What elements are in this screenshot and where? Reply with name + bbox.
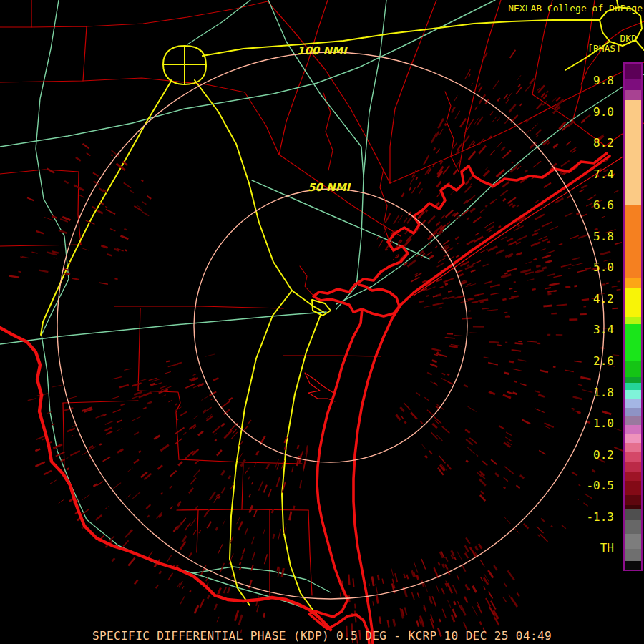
scale-tick-label: 2.6 <box>593 356 614 367</box>
range-ring-label-100nmi: 100 NMI <box>297 44 347 57</box>
scale-tick-label: 4.2 <box>593 293 614 305</box>
color-scale-segment <box>625 205 641 278</box>
scale-tick-label: -1.3 <box>586 512 614 523</box>
scale-tick-label: 5.8 <box>593 231 614 243</box>
scale-tick-label: TH <box>600 542 614 554</box>
color-scale-segment <box>625 361 641 377</box>
color-scale-segment <box>625 462 641 472</box>
color-scale-segment <box>625 549 641 561</box>
color-scale-segment <box>625 383 641 390</box>
color-scale-segment <box>625 324 641 361</box>
scale-tick-label: -0.5 <box>586 480 614 492</box>
color-scale-segment <box>625 520 641 534</box>
color-scale-segment <box>625 416 641 425</box>
scale-tick-label: 7.4 <box>593 169 614 180</box>
color-scale-segment <box>625 452 641 462</box>
status-bar: SPECIFIC DIFFERENTIAL PHASE (KDP) 0.5 DE… <box>0 629 644 643</box>
scale-tick-label: 1.8 <box>593 387 614 399</box>
color-scale-segment <box>625 561 641 570</box>
color-scale-segment <box>625 64 641 79</box>
scale-tick-label: 5.0 <box>593 262 614 273</box>
color-scale-bar <box>623 62 643 571</box>
color-scale-segment <box>625 495 641 505</box>
color-scale-segment <box>625 443 641 452</box>
color-scale-segment <box>625 317 641 324</box>
color-scale-segment <box>625 481 641 495</box>
radar-map <box>0 0 644 644</box>
scale-tick-label: 8.2 <box>593 137 614 149</box>
color-scale-segment <box>625 399 641 408</box>
color-scale-segment <box>625 425 641 434</box>
range-ring-label-50nmi: 50 NMI <box>308 181 350 194</box>
scale-tick-label: 9.0 <box>593 107 614 118</box>
color-scale-segment <box>625 434 641 443</box>
color-scale-segment <box>625 79 641 90</box>
color-scale-segment <box>625 288 641 317</box>
color-scale-segment <box>625 472 641 481</box>
color-scale-segment <box>625 534 641 549</box>
color-scale-segment <box>625 90 641 100</box>
color-scale-segment <box>625 100 641 205</box>
product-code-label: DKD <box>620 34 637 44</box>
scale-tick-label: 3.4 <box>593 324 614 336</box>
highway-roads <box>41 0 644 622</box>
color-scale-segment <box>625 509 641 520</box>
scale-tick-label: 9.8 <box>593 75 614 87</box>
color-scale-segment <box>625 377 641 383</box>
scale-tick-label: 1.0 <box>593 418 614 429</box>
scale-tick-label: 0.2 <box>593 449 614 461</box>
color-scale-segment <box>625 390 641 399</box>
station-title: NEXLAB-College of DuPage <box>508 4 643 14</box>
color-scale-segment <box>625 408 641 416</box>
color-scale-segment <box>625 278 641 288</box>
radar-display: NEXLAB-College of DuPage DKD [PHAS] 100 … <box>0 0 644 644</box>
units-label: [PHAS] <box>587 44 621 54</box>
scale-tick-label: 6.6 <box>593 200 614 211</box>
